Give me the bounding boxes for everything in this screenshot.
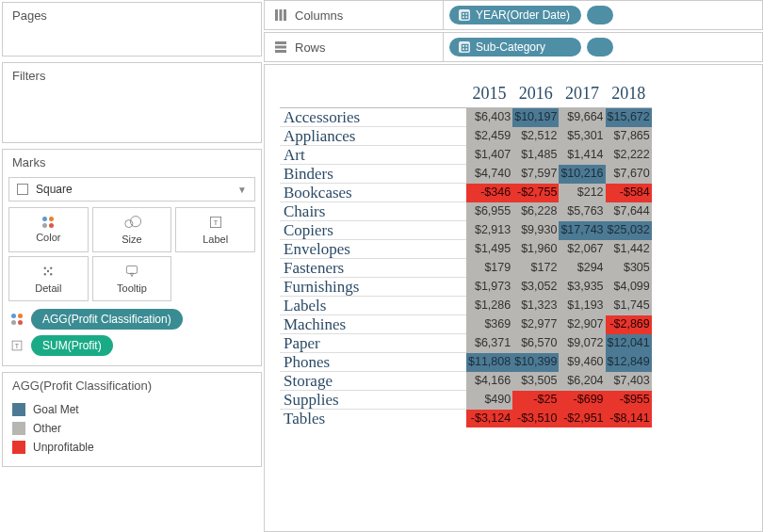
data-cell[interactable]: -$2,755 <box>512 184 559 202</box>
data-cell[interactable]: $7,644 <box>606 202 652 221</box>
marks-label-pill[interactable]: SUM(Profit) <box>31 335 113 356</box>
data-cell[interactable]: -$955 <box>606 391 652 410</box>
data-cell[interactable]: $5,763 <box>559 202 605 221</box>
rows-pill-empty[interactable] <box>587 38 613 56</box>
data-cell[interactable]: $6,955 <box>466 202 512 221</box>
data-cell[interactable]: -$8,141 <box>606 410 652 428</box>
column-header[interactable]: 2015 <box>466 82 512 108</box>
data-cell[interactable]: $2,459 <box>466 127 512 146</box>
data-cell[interactable]: $1,495 <box>466 240 512 259</box>
row-header[interactable]: Labels <box>280 297 466 315</box>
data-cell[interactable]: $1,414 <box>559 146 605 165</box>
data-cell[interactable]: $1,745 <box>606 297 652 315</box>
data-cell[interactable]: $172 <box>512 259 559 278</box>
data-cell[interactable]: -$3,510 <box>512 410 559 428</box>
row-header[interactable]: Binders <box>280 165 466 184</box>
data-cell[interactable]: $1,323 <box>512 297 559 315</box>
data-cell[interactable]: $7,403 <box>606 372 652 391</box>
row-header[interactable]: Chairs <box>280 202 466 221</box>
data-cell[interactable]: $12,849 <box>606 353 652 372</box>
row-header[interactable]: Accessories <box>280 108 466 127</box>
data-cell[interactable]: $1,193 <box>559 297 605 315</box>
data-cell[interactable]: $369 <box>466 315 512 334</box>
data-cell[interactable]: $305 <box>606 259 652 278</box>
data-cell[interactable]: $1,960 <box>512 240 559 259</box>
columns-shelf[interactable]: Columns ⊞ YEAR(Order Date) <box>264 0 763 30</box>
data-cell[interactable]: $4,740 <box>466 165 512 184</box>
data-cell[interactable]: -$699 <box>559 391 605 410</box>
pages-shelf[interactable]: Pages <box>2 2 262 56</box>
row-header[interactable]: Phones <box>280 353 466 372</box>
row-header[interactable]: Fasteners <box>280 259 466 278</box>
data-cell[interactable]: $7,597 <box>512 165 559 184</box>
data-cell[interactable]: $10,197 <box>512 108 559 127</box>
row-header[interactable]: Art <box>280 146 466 165</box>
color-button[interactable]: Color <box>8 207 89 252</box>
data-cell[interactable]: $9,664 <box>559 108 605 127</box>
rows-pill-subcategory[interactable]: ⊞ Sub-Category <box>449 38 581 56</box>
data-cell[interactable]: $7,670 <box>606 165 652 184</box>
data-cell[interactable]: -$346 <box>466 184 512 202</box>
data-cell[interactable]: $1,286 <box>466 297 512 315</box>
data-cell[interactable]: -$3,124 <box>466 410 512 428</box>
data-cell[interactable]: $2,222 <box>606 146 652 165</box>
data-cell[interactable]: $7,865 <box>606 127 652 146</box>
row-header[interactable]: Envelopes <box>280 240 466 259</box>
row-header[interactable]: Copiers <box>280 221 466 240</box>
data-cell[interactable]: $2,067 <box>559 240 605 259</box>
row-header[interactable]: Tables <box>280 410 466 428</box>
data-cell[interactable]: -$2,951 <box>559 410 605 428</box>
data-cell[interactable]: $9,460 <box>559 353 605 372</box>
mark-type-dropdown[interactable]: Square ▼ <box>8 177 255 202</box>
data-cell[interactable]: $9,930 <box>512 221 559 240</box>
data-cell[interactable]: $6,403 <box>466 108 512 127</box>
data-cell[interactable]: $294 <box>559 259 605 278</box>
data-cell[interactable]: $2,977 <box>512 315 559 334</box>
data-cell[interactable]: $6,570 <box>512 334 559 353</box>
marks-color-pill[interactable]: AGG(Profit Classification) <box>31 309 183 330</box>
data-cell[interactable]: $15,672 <box>606 108 652 127</box>
label-button[interactable]: T Label <box>175 207 255 252</box>
data-cell[interactable]: -$584 <box>606 184 652 202</box>
legend-item[interactable]: Goal Met <box>12 400 252 419</box>
data-cell[interactable]: $179 <box>466 259 512 278</box>
data-cell[interactable]: $1,442 <box>606 240 652 259</box>
data-cell[interactable]: $11,808 <box>466 353 512 372</box>
data-cell[interactable]: $12,041 <box>606 334 652 353</box>
data-cell[interactable]: $10,216 <box>559 165 605 184</box>
data-cell[interactable]: $4,166 <box>466 372 512 391</box>
data-cell[interactable]: $10,399 <box>512 353 559 372</box>
row-header[interactable]: Bookcases <box>280 184 466 202</box>
data-cell[interactable]: $1,973 <box>466 278 512 297</box>
size-button[interactable]: Size <box>92 207 172 252</box>
data-cell[interactable]: $212 <box>559 184 605 202</box>
data-cell[interactable]: $490 <box>466 391 512 410</box>
row-header[interactable]: Supplies <box>280 391 466 410</box>
column-header[interactable]: 2018 <box>606 82 652 108</box>
rows-shelf[interactable]: Rows ⊞ Sub-Category <box>264 32 763 62</box>
data-cell[interactable]: $6,204 <box>559 372 605 391</box>
column-header[interactable]: 2017 <box>559 82 605 108</box>
data-cell[interactable]: -$2,869 <box>606 315 652 334</box>
data-cell[interactable]: $2,512 <box>512 127 559 146</box>
row-header[interactable]: Storage <box>280 372 466 391</box>
data-cell[interactable]: $2,907 <box>559 315 605 334</box>
data-cell[interactable]: $1,407 <box>466 146 512 165</box>
row-header[interactable]: Machines <box>280 315 466 334</box>
data-cell[interactable]: $3,052 <box>512 278 559 297</box>
data-cell[interactable]: $1,485 <box>512 146 559 165</box>
row-header[interactable]: Appliances <box>280 127 466 146</box>
legend-item[interactable]: Unprofitable <box>12 438 252 457</box>
columns-pill-empty[interactable] <box>587 6 613 24</box>
data-cell[interactable]: $3,935 <box>559 278 605 297</box>
data-cell[interactable]: $2,913 <box>466 221 512 240</box>
data-cell[interactable]: $6,228 <box>512 202 559 221</box>
tooltip-button[interactable]: Tooltip <box>92 256 172 301</box>
data-cell[interactable]: $5,301 <box>559 127 605 146</box>
row-header[interactable]: Paper <box>280 334 466 353</box>
data-cell[interactable]: $17,743 <box>559 221 605 240</box>
data-cell[interactable]: $6,371 <box>466 334 512 353</box>
filters-shelf[interactable]: Filters <box>2 62 262 143</box>
data-cell[interactable]: $9,072 <box>559 334 605 353</box>
data-cell[interactable]: $25,032 <box>606 221 652 240</box>
